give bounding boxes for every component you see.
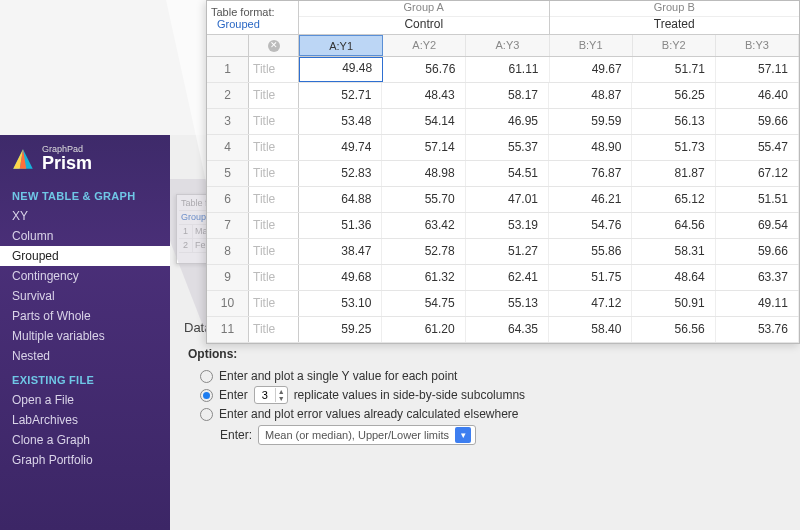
data-cell[interactable]: 47.01	[466, 187, 549, 212]
sidebar-item-nested[interactable]: Nested	[0, 346, 170, 366]
data-cell[interactable]: 54.14	[382, 109, 465, 134]
group-header-a[interactable]: Group A Control	[299, 1, 550, 34]
row-number[interactable]: 7	[207, 213, 249, 238]
data-cell[interactable]: 51.36	[299, 213, 382, 238]
data-cell[interactable]: 51.27	[466, 239, 549, 264]
data-cell[interactable]: 52.78	[382, 239, 465, 264]
data-cell[interactable]: 67.12	[716, 161, 799, 186]
row-title[interactable]: Title	[249, 187, 299, 212]
data-cell[interactable]: 56.76	[383, 57, 466, 82]
row-title[interactable]: Title	[249, 239, 299, 264]
data-cell[interactable]: 63.37	[716, 265, 799, 290]
column-header[interactable]: B:Y3	[716, 35, 799, 56]
data-cell[interactable]: 56.56	[632, 317, 715, 342]
sidebar-item-column[interactable]: Column	[0, 226, 170, 246]
data-cell[interactable]: 58.31	[632, 239, 715, 264]
data-cell[interactable]: 48.87	[549, 83, 632, 108]
row-title[interactable]: Title	[249, 83, 299, 108]
data-cell[interactable]: 50.91	[632, 291, 715, 316]
row-number[interactable]: 5	[207, 161, 249, 186]
data-cell[interactable]: 54.75	[382, 291, 465, 316]
data-cell[interactable]: 56.13	[632, 109, 715, 134]
data-cell[interactable]: 55.37	[466, 135, 549, 160]
column-header[interactable]: A:Y2	[383, 35, 466, 56]
data-cell[interactable]: 61.32	[382, 265, 465, 290]
data-cell[interactable]: 49.68	[299, 265, 382, 290]
group-header-b[interactable]: Group B Treated	[550, 1, 800, 34]
data-cell[interactable]: 55.86	[549, 239, 632, 264]
row-title[interactable]: Title	[249, 213, 299, 238]
data-cell[interactable]: 76.87	[549, 161, 632, 186]
data-cell[interactable]: 55.13	[466, 291, 549, 316]
row-number[interactable]: 6	[207, 187, 249, 212]
data-cell[interactable]: 55.70	[382, 187, 465, 212]
data-cell[interactable]: 57.14	[382, 135, 465, 160]
data-cell[interactable]: 51.51	[716, 187, 799, 212]
data-cell[interactable]: 59.59	[549, 109, 632, 134]
row-number[interactable]: 3	[207, 109, 249, 134]
data-cell[interactable]: 51.71	[633, 57, 716, 82]
data-cell[interactable]: 59.66	[716, 239, 799, 264]
data-cell[interactable]: 81.87	[632, 161, 715, 186]
data-cell[interactable]: 57.11	[716, 57, 799, 82]
error-type-select[interactable]: Mean (or median), Upper/Lower limits ▾	[258, 425, 476, 445]
data-cell[interactable]: 64.35	[466, 317, 549, 342]
data-cell[interactable]: 53.48	[299, 109, 382, 134]
row-number[interactable]: 2	[207, 83, 249, 108]
sidebar-item-contingency[interactable]: Contingency	[0, 266, 170, 286]
data-cell[interactable]: 49.48	[299, 57, 383, 82]
sidebar-item-xy[interactable]: XY	[0, 206, 170, 226]
data-cell[interactable]: 48.43	[382, 83, 465, 108]
row-title[interactable]: Title	[249, 161, 299, 186]
stepper-arrows-icon[interactable]: ▲▼	[275, 388, 287, 402]
data-cell[interactable]: 52.83	[299, 161, 382, 186]
data-cell[interactable]: 51.73	[632, 135, 715, 160]
row-title[interactable]: Title	[249, 109, 299, 134]
data-cell[interactable]: 49.67	[550, 57, 633, 82]
column-header[interactable]: B:Y2	[633, 35, 716, 56]
data-cell[interactable]: 58.17	[466, 83, 549, 108]
sidebar-item-survival[interactable]: Survival	[0, 286, 170, 306]
data-cell[interactable]: 47.12	[549, 291, 632, 316]
row-number[interactable]: 11	[207, 317, 249, 342]
option-single-y[interactable]: Enter and plot a single Y value for each…	[200, 369, 782, 383]
data-cell[interactable]: 63.42	[382, 213, 465, 238]
row-title[interactable]: Title	[249, 317, 299, 342]
data-cell[interactable]: 53.76	[716, 317, 799, 342]
row-title[interactable]: Title	[249, 291, 299, 316]
sidebar-item-graph-portfolio[interactable]: Graph Portfolio	[0, 450, 170, 470]
data-cell[interactable]: 53.10	[299, 291, 382, 316]
data-cell[interactable]: 65.12	[632, 187, 715, 212]
option-replicates[interactable]: Enter ▲▼ replicate values in side-by-sid…	[200, 386, 782, 404]
data-cell[interactable]: 56.25	[632, 83, 715, 108]
data-cell[interactable]: 64.56	[632, 213, 715, 238]
data-cell[interactable]: 69.54	[716, 213, 799, 238]
data-cell[interactable]: 48.90	[549, 135, 632, 160]
column-header[interactable]: B:Y1	[550, 35, 633, 56]
table-format-cell[interactable]: Table format: Grouped	[207, 1, 299, 34]
row-title[interactable]: Title	[249, 135, 299, 160]
sidebar-item-grouped[interactable]: Grouped	[0, 246, 170, 266]
row-title[interactable]: Title	[249, 57, 299, 82]
data-cell[interactable]: 48.98	[382, 161, 465, 186]
row-number[interactable]: 10	[207, 291, 249, 316]
data-cell[interactable]: 49.74	[299, 135, 382, 160]
column-header[interactable]: A:Y3	[466, 35, 549, 56]
replicate-count-stepper[interactable]: ▲▼	[254, 386, 288, 404]
sidebar-item-labarchives[interactable]: LabArchives	[0, 410, 170, 430]
row-number[interactable]: 4	[207, 135, 249, 160]
data-cell[interactable]: 46.40	[716, 83, 799, 108]
data-cell[interactable]: 48.64	[632, 265, 715, 290]
sidebar-item-clone-a-graph[interactable]: Clone a Graph	[0, 430, 170, 450]
data-cell[interactable]: 54.76	[549, 213, 632, 238]
sidebar-item-parts-of-whole[interactable]: Parts of Whole	[0, 306, 170, 326]
data-cell[interactable]: 58.40	[549, 317, 632, 342]
data-cell[interactable]: 46.95	[466, 109, 549, 134]
replicate-count-input[interactable]	[255, 389, 275, 401]
data-cell[interactable]: 62.41	[466, 265, 549, 290]
row-number[interactable]: 9	[207, 265, 249, 290]
option-error-values[interactable]: Enter and plot error values already calc…	[200, 407, 782, 421]
data-cell[interactable]: 64.88	[299, 187, 382, 212]
data-cell[interactable]: 54.51	[466, 161, 549, 186]
data-cell[interactable]: 61.20	[382, 317, 465, 342]
